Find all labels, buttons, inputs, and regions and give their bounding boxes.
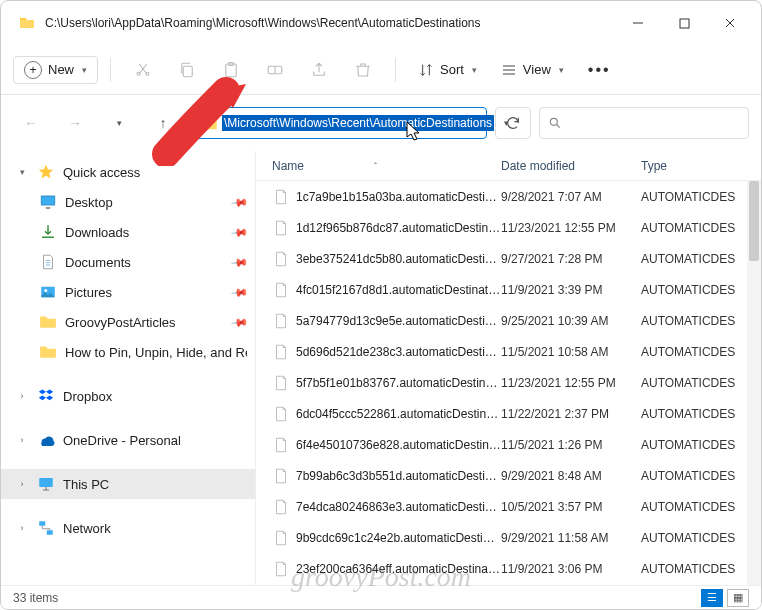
col-type[interactable]: Type (641, 159, 761, 173)
delete-button[interactable] (343, 52, 383, 88)
file-row[interactable]: 1d12f965b876dc87.automaticDestination..1… (256, 212, 761, 243)
chevron-down-icon: ▾ (559, 65, 564, 75)
folder-icon (19, 15, 35, 31)
chevron-down-icon: ▾ (82, 65, 87, 75)
sidebar-item-howto[interactable]: How to Pin, Unpin, Hide, and Re (1, 337, 255, 367)
folder-icon (39, 313, 57, 331)
sidebar-item-desktop[interactable]: Desktop 📌 (1, 187, 255, 217)
pin-icon: 📌 (230, 253, 249, 272)
copy-button[interactable] (167, 52, 207, 88)
sidebar-item-pictures[interactable]: Pictures 📌 (1, 277, 255, 307)
file-row[interactable]: 9b9cdc69c1c24e2b.automaticDestination..9… (256, 522, 761, 553)
file-icon (272, 250, 290, 268)
dropbox-icon (37, 387, 55, 405)
sidebar-item-groovy[interactable]: GroovyPostArticles 📌 (1, 307, 255, 337)
file-icon (272, 219, 290, 237)
file-list: Nameˆ Date modified Type 1c7a9be1b15a03b… (256, 151, 761, 605)
address-path: \Microsoft\Windows\Recent\AutomaticDesti… (222, 115, 494, 131)
file-row[interactable]: 5d696d521de238c3.automaticDestination..1… (256, 336, 761, 367)
search-icon (548, 116, 562, 130)
sidebar-item-this-pc[interactable]: › This PC (1, 469, 255, 499)
col-name[interactable]: Nameˆ (256, 159, 501, 173)
details-view-button[interactable]: ☰ (701, 589, 723, 607)
svg-rect-12 (47, 530, 53, 535)
back-button[interactable]: ← (13, 105, 49, 141)
file-row[interactable]: 6f4e45010736e828.automaticDestination..1… (256, 429, 761, 460)
star-icon (37, 163, 55, 181)
search-input[interactable] (539, 107, 749, 139)
file-icon (272, 312, 290, 330)
sidebar-item-onedrive[interactable]: › OneDrive - Personal (1, 425, 255, 455)
file-row[interactable]: 23ef200ca6364eff.automaticDestinations-.… (256, 553, 761, 584)
sidebar-item-dropbox[interactable]: › Dropbox (1, 381, 255, 411)
col-date[interactable]: Date modified (501, 159, 641, 173)
this-pc-icon (37, 475, 55, 493)
chevron-right-icon[interactable]: › (15, 391, 29, 401)
paste-button[interactable] (211, 52, 251, 88)
sidebar-item-network[interactable]: › Network (1, 513, 255, 543)
file-icon (272, 343, 290, 361)
status-bar: 33 items ☰ ▦ (1, 585, 761, 609)
sidebar-item-quick-access[interactable]: ▾ Quick access (1, 157, 255, 187)
desktop-icon (39, 193, 57, 211)
rename-button[interactable] (255, 52, 295, 88)
close-button[interactable] (707, 7, 753, 39)
address-bar[interactable]: \Microsoft\Windows\Recent\AutomaticDesti… (189, 107, 487, 139)
file-row[interactable]: 5a794779d13c9e5e.automaticDestination..9… (256, 305, 761, 336)
network-icon (37, 519, 55, 537)
share-button[interactable] (299, 52, 339, 88)
svg-rect-1 (183, 66, 192, 77)
view-button[interactable]: View ▾ (491, 58, 574, 82)
sort-asc-icon: ˆ (374, 161, 377, 171)
chevron-right-icon[interactable]: › (15, 435, 29, 445)
file-row[interactable]: 1c7a9be1b15a03ba.automaticDestination..9… (256, 181, 761, 212)
pin-icon: 📌 (230, 223, 249, 242)
recent-button[interactable]: ▾ (101, 105, 137, 141)
file-icon (272, 374, 290, 392)
file-row[interactable]: 4fc015f2167d8d1.automaticDestinations-..… (256, 274, 761, 305)
svg-rect-10 (39, 478, 53, 487)
minimize-button[interactable] (615, 7, 661, 39)
window-title: C:\Users\lori\AppData\Roaming\Microsoft\… (45, 16, 615, 30)
file-icon (272, 281, 290, 299)
file-icon (272, 436, 290, 454)
view-icon (501, 62, 517, 78)
up-button[interactable]: ↑ (145, 105, 181, 141)
chevron-down-icon[interactable]: ▾ (15, 167, 29, 177)
document-icon (39, 253, 57, 271)
folder-icon (198, 113, 218, 133)
file-row[interactable]: 6dc04f5ccc522861.automaticDestination..1… (256, 398, 761, 429)
file-icon (272, 498, 290, 516)
pin-icon: 📌 (230, 283, 249, 302)
sort-button[interactable]: Sort ▾ (408, 58, 487, 82)
file-row[interactable]: 3ebe375241dc5b80.automaticDestination..9… (256, 243, 761, 274)
more-button[interactable]: ••• (578, 57, 621, 83)
cut-button[interactable] (123, 52, 163, 88)
svg-point-5 (550, 118, 557, 125)
pictures-icon (39, 283, 57, 301)
new-button[interactable]: + New ▾ (13, 56, 98, 84)
file-icon (272, 405, 290, 423)
address-row: ← → ▾ ↑ \Microsoft\Windows\Recent\Automa… (1, 95, 761, 151)
chevron-right-icon[interactable]: › (15, 479, 29, 489)
file-row[interactable]: 5f7b5f1e01b83767.automaticDestination..1… (256, 367, 761, 398)
icons-view-button[interactable]: ▦ (727, 589, 749, 607)
sidebar-item-documents[interactable]: Documents 📌 (1, 247, 255, 277)
toolbar: + New ▾ Sort ▾ View ▾ ••• (1, 45, 761, 95)
file-icon (272, 560, 290, 578)
maximize-button[interactable] (661, 7, 707, 39)
column-header: Nameˆ Date modified Type (256, 151, 761, 181)
scrollbar[interactable] (747, 181, 761, 605)
scrollbar-thumb[interactable] (749, 181, 759, 261)
sidebar-item-downloads[interactable]: Downloads 📌 (1, 217, 255, 247)
forward-button[interactable]: → (57, 105, 93, 141)
pin-icon: 📌 (230, 313, 249, 332)
pin-icon: 📌 (230, 193, 249, 212)
download-icon (39, 223, 57, 241)
navigation-pane: ▾ Quick access Desktop 📌 Downloads 📌 Doc… (1, 151, 256, 605)
svg-point-9 (44, 289, 47, 292)
chevron-down-icon[interactable]: ▾ (494, 118, 518, 128)
file-row[interactable]: 7b99ab6c3d3b551d.automaticDestination..9… (256, 460, 761, 491)
file-row[interactable]: 7e4dca80246863e3.automaticDestination..1… (256, 491, 761, 522)
chevron-right-icon[interactable]: › (15, 523, 29, 533)
